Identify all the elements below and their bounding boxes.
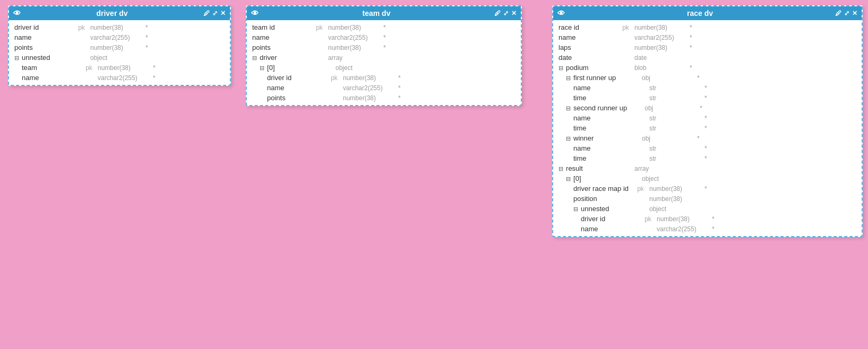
table-row: ⊟ [0]object [250, 63, 518, 73]
expand-toggle-icon[interactable]: ⊟ [252, 55, 259, 61]
field-required: * [145, 44, 148, 51]
expand-toggle-icon[interactable]: ⊟ [566, 135, 572, 142]
field-required: * [704, 145, 707, 152]
table-row: race idpknumber(38)* [556, 22, 858, 32]
table-header-team_dv: 👁team dv🖊⤢✕ [247, 6, 521, 20]
table-row: timestr* [556, 93, 858, 103]
expand-toggle-icon[interactable]: ⊟ [260, 65, 266, 71]
field-type: str [649, 94, 702, 102]
edit-icon[interactable]: 🖊 [494, 10, 501, 17]
field-pk: pk [313, 24, 326, 31]
field-required: * [690, 64, 692, 72]
field-type: number(38) [343, 94, 396, 102]
field-required: * [704, 115, 707, 122]
field-name: time [558, 94, 632, 102]
field-type: obj [642, 135, 695, 142]
expand-toggle-icon[interactable]: ⊟ [566, 105, 572, 111]
table-row: namestr* [556, 143, 858, 153]
field-type: number(38) [98, 64, 151, 72]
close-icon[interactable]: ✕ [852, 10, 857, 17]
field-required: * [712, 225, 715, 233]
table-body-team_dv: team idpknumber(38)*namevarchar2(255)*po… [247, 20, 521, 105]
field-pk: pk [328, 74, 341, 82]
field-name: driver race map id [558, 185, 632, 193]
field-type: number(38) [343, 74, 396, 82]
table-row: namevarchar2(255)* [556, 32, 858, 42]
field-pk: pk [634, 185, 647, 193]
field-type: obj [642, 74, 695, 82]
field-type: str [649, 125, 702, 132]
field-type: date [634, 54, 687, 62]
expand-icon[interactable]: ⤢ [503, 10, 509, 17]
field-name: ⊟ podium [558, 64, 617, 72]
table-title: team dv [263, 9, 490, 18]
field-name: points [252, 43, 311, 51]
field-pk: pk [82, 64, 96, 72]
field-name: team [14, 64, 80, 72]
table-row: namestr* [556, 113, 858, 123]
field-name: ⊟ unnested [558, 205, 632, 213]
table-card-driver_dv: 👁driver dv🖊⤢✕driver idpknumber(38)*namev… [8, 5, 231, 86]
field-required: * [690, 34, 692, 41]
field-name: name [252, 84, 325, 92]
table-body-driver_dv: driver idpknumber(38)*namevarchar2(255)*… [9, 20, 230, 85]
field-name: team id [252, 23, 311, 31]
edit-icon[interactable]: 🖊 [203, 10, 210, 17]
close-icon[interactable]: ✕ [511, 10, 517, 17]
table-row: ⊟ podiumblob* [556, 63, 858, 73]
field-required: * [697, 74, 700, 82]
field-type: blob [634, 64, 687, 72]
table-row: datedate [556, 53, 858, 63]
eye-icon[interactable]: 👁 [557, 9, 565, 18]
field-required: * [712, 215, 715, 223]
table-row: teampknumber(38)* [12, 63, 227, 73]
field-name: driver id [558, 215, 639, 223]
expand-toggle-icon[interactable]: ⊟ [566, 75, 572, 81]
field-name: name [14, 33, 73, 41]
field-pk: pk [75, 24, 88, 31]
field-required: * [153, 74, 156, 82]
expand-icon[interactable]: ⤢ [212, 10, 218, 17]
field-type: varchar2(255) [328, 34, 381, 41]
field-type: str [649, 115, 702, 122]
expand-icon[interactable]: ⤢ [844, 10, 849, 17]
field-type: number(38) [657, 215, 710, 223]
field-type: varchar2(255) [634, 34, 687, 41]
field-type: varchar2(255) [90, 34, 143, 41]
table-row: ⊟ [0]object [556, 173, 858, 184]
table-card-team_dv: 👁team dv🖊⤢✕team idpknumber(38)*namevarch… [246, 5, 522, 106]
field-required: * [398, 74, 401, 82]
table-card-race_dv: 👁race dv🖊⤢✕race idpknumber(38)*namevarch… [552, 5, 863, 237]
close-icon[interactable]: ✕ [220, 10, 226, 17]
field-name: name [558, 225, 639, 233]
field-name: ⊟ driver [252, 54, 311, 62]
field-required: * [690, 24, 692, 31]
table-title: race dv [569, 9, 831, 18]
eye-icon[interactable]: 👁 [251, 9, 259, 18]
header-action-icons: 🖊⤢✕ [203, 10, 226, 17]
field-type: str [649, 145, 702, 152]
field-type: str [649, 155, 702, 162]
field-required: * [704, 125, 707, 132]
field-name: position [558, 195, 632, 203]
table-row: positionnumber(38) [556, 194, 858, 204]
expand-toggle-icon[interactable]: ⊟ [14, 55, 21, 61]
edit-icon[interactable]: 🖊 [835, 10, 841, 17]
header-action-icons: 🖊⤢✕ [494, 10, 517, 17]
eye-icon[interactable]: 👁 [13, 9, 21, 18]
expand-toggle-icon[interactable]: ⊟ [573, 206, 580, 212]
table-row: timestr* [556, 123, 858, 133]
field-name: points [252, 94, 325, 102]
table-title: driver dv [25, 9, 199, 18]
field-name: ⊟ unnested [14, 54, 73, 62]
table-row: lapsnumber(38)* [556, 42, 858, 53]
field-type: str [649, 84, 702, 92]
field-required: * [398, 84, 401, 92]
field-type: number(38) [328, 44, 381, 51]
expand-toggle-icon[interactable]: ⊟ [558, 165, 565, 172]
expand-toggle-icon[interactable]: ⊟ [566, 176, 572, 182]
expand-toggle-icon[interactable]: ⊟ [558, 65, 565, 71]
table-row: namevarchar2(255)* [556, 224, 858, 234]
table-row: namevarchar2(255)* [12, 32, 227, 42]
field-required: * [398, 94, 401, 102]
